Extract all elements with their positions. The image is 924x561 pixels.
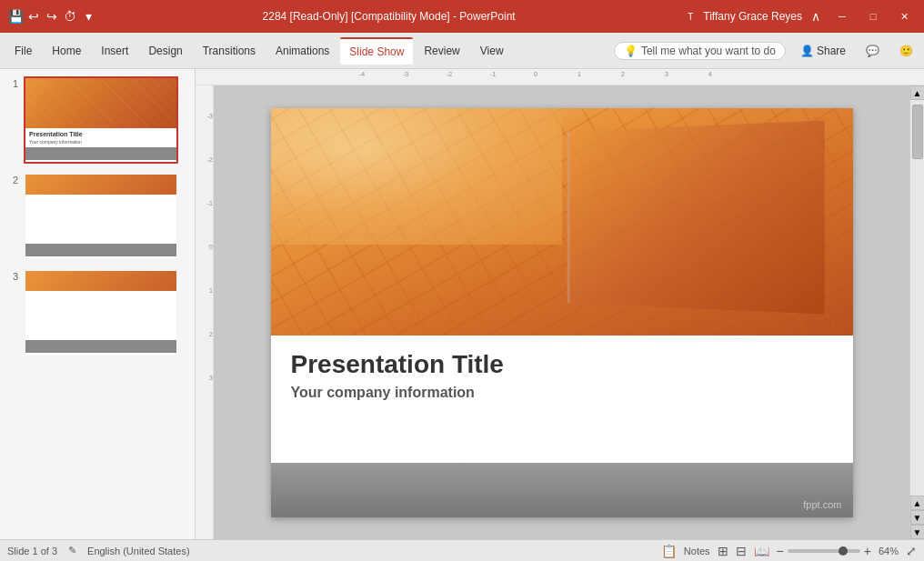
thumb-image-3[interactable] — [24, 269, 178, 356]
comment-icon: 💬 — [866, 45, 879, 57]
username: Tiffany Grace Reyes — [703, 10, 802, 23]
close-button[interactable]: ✕ — [891, 7, 917, 25]
slide-num-3: 3 — [5, 271, 18, 282]
tell-me-input[interactable]: 💡 Tell me what you want to do — [614, 42, 786, 60]
scroll-page-up[interactable]: ▲ — [910, 496, 925, 510]
quick-access-dropdown[interactable]: ▾ — [80, 8, 96, 25]
status-bar: Slide 1 of 3 ✎ English (United States) 📋… — [0, 539, 924, 561]
zoom-minus-button[interactable]: − — [777, 544, 784, 558]
tab-view[interactable]: View — [471, 37, 513, 65]
tab-home[interactable]: Home — [43, 37, 90, 65]
slide-sorter-icon[interactable]: ⊟ — [736, 544, 747, 558]
ribbon-right: 💡 Tell me what you want to do 👤 Share 💬 … — [614, 42, 919, 60]
ruler-tick-1neg: -1 — [490, 71, 496, 77]
ruler-tick-3: 3 — [665, 71, 668, 77]
tell-me-text: Tell me what you want to do — [641, 45, 776, 57]
v-tick-3: 3 — [209, 375, 213, 381]
scroll-up-arrow[interactable]: ▲ — [910, 85, 925, 100]
ribbon: File Home Insert Design Transitions Anim… — [0, 33, 924, 69]
tab-insert[interactable]: Insert — [92, 37, 137, 65]
slide-footer: fppt.com — [271, 463, 853, 517]
tab-file[interactable]: File — [5, 37, 41, 65]
scroll-thumb[interactable] — [912, 105, 923, 159]
slide-title-area[interactable]: Presentation Title Your company informat… — [271, 336, 853, 408]
quick-access-toolbar: 💾 ↩ ↪ ⏱ ▾ — [7, 8, 96, 25]
ruler-tick-1: 1 — [578, 71, 581, 77]
thumb1-footer — [25, 147, 176, 160]
undo-icon[interactable]: ↩ — [25, 8, 42, 25]
zoom-plus-button[interactable]: + — [864, 544, 871, 558]
user-share-icon: 👤 — [800, 45, 814, 57]
v-tick-2: 2 — [209, 331, 213, 337]
slide-thumbnail-1[interactable]: 1 Presentation Title Your company inform… — [5, 76, 189, 164]
zoom-slider-track[interactable] — [788, 549, 860, 553]
tab-transitions[interactable]: Transitions — [194, 37, 265, 65]
ruler-tick-3neg: -3 — [403, 71, 408, 77]
notes-label[interactable]: Notes — [684, 546, 710, 556]
notes-button[interactable]: 📋 — [661, 544, 677, 558]
normal-view-icon[interactable]: ⊞ — [718, 544, 728, 558]
slide-panel: 1 Presentation Title Your company inform… — [0, 69, 196, 539]
canvas-area: -4 -3 -2 -1 0 1 2 3 4 -3 -2 -1 0 1 — [196, 69, 924, 539]
scroll-track[interactable] — [910, 100, 924, 496]
slide-thumbnail-3[interactable]: 3 — [5, 269, 189, 356]
slide-title[interactable]: Presentation Title — [291, 350, 833, 379]
main-slide[interactable]: Presentation Title Your company informat… — [271, 108, 853, 517]
ruler-tick-4neg: -4 — [359, 71, 365, 77]
thumb2-top — [25, 175, 176, 195]
v-tick-1: 1 — [209, 287, 213, 294]
smile-icon: 🙂 — [899, 45, 913, 57]
vertical-scrollbar[interactable]: ▲ ▲ ▼ ▼ — [909, 85, 924, 539]
vertical-ruler: -3 -2 -1 0 1 2 3 — [196, 85, 214, 539]
slide-background-image — [271, 108, 853, 336]
language-label: English (United States) — [87, 546, 190, 556]
ruler-tick-4: 4 — [708, 71, 712, 77]
slide-subtitle[interactable]: Your company information — [291, 385, 833, 401]
tab-design[interactable]: Design — [139, 37, 191, 65]
scroll-down-arrow[interactable]: ▼ — [910, 525, 925, 539]
thumb2-content — [25, 175, 176, 258]
minimize-button[interactable]: ─ — [829, 7, 855, 25]
tab-animations[interactable]: Animations — [266, 37, 338, 65]
thumb-image-2[interactable] — [24, 173, 178, 260]
v-ruler-inner: -3 -2 -1 0 1 2 3 — [196, 85, 213, 539]
reading-view-icon[interactable]: 📖 — [754, 544, 769, 558]
zoom-level[interactable]: 64% — [879, 546, 899, 556]
v-tick-3neg: -3 — [207, 113, 213, 119]
slide-info: Slide 1 of 3 — [7, 546, 57, 556]
thumb2-footer — [25, 244, 176, 256]
avatar: T — [681, 7, 699, 25]
main-content: 1 Presentation Title Your company inform… — [0, 69, 924, 539]
comments-button[interactable]: 💬 — [860, 43, 885, 59]
sky-part — [271, 108, 562, 245]
v-tick-0: 0 — [209, 244, 213, 250]
slide-thumbnail-2[interactable]: 2 — [5, 173, 189, 260]
thumb2-mid — [25, 195, 176, 244]
timer-icon[interactable]: ⏱ — [62, 8, 78, 25]
ribbon-collapse-icon[interactable]: ∧ — [808, 8, 824, 25]
fit-to-window-icon[interactable]: ⤢ — [906, 544, 917, 558]
watermark: fppt.com — [803, 499, 841, 510]
language-icon: ✎ — [68, 545, 76, 556]
tell-me-icon: 💡 — [624, 45, 638, 57]
tab-review[interactable]: Review — [415, 37, 468, 65]
title-bar-right: T Tiffany Grace Reyes ∧ ─ □ ✕ — [681, 7, 917, 25]
thumb-image-1[interactable]: Presentation Title Your company informat… — [24, 76, 178, 164]
redo-icon[interactable]: ↪ — [44, 8, 60, 25]
zoom-slider-thumb[interactable] — [839, 546, 848, 556]
thumb3-mid — [25, 291, 176, 340]
tab-slideshow[interactable]: Slide Show — [340, 37, 413, 65]
maximize-button[interactable]: □ — [860, 7, 886, 25]
smile-button[interactable]: 🙂 — [894, 43, 919, 59]
thumb1-sub: Your company information — [25, 138, 176, 145]
scroll-page-down[interactable]: ▼ — [910, 510, 925, 525]
save-icon[interactable]: 💾 — [7, 8, 24, 25]
window-title: 2284 [Read-Only] [Compatibility Mode] - … — [96, 10, 681, 23]
user-info[interactable]: T Tiffany Grace Reyes — [681, 7, 802, 25]
slide-display-area[interactable]: Presentation Title Your company informat… — [214, 85, 909, 539]
status-right: 📋 Notes ⊞ ⊟ 📖 − + 64% ⤢ — [661, 544, 917, 558]
ruler-tick-0: 0 — [534, 71, 537, 77]
thumb1-title: Presentation Title — [25, 128, 176, 138]
thumb3-top — [25, 271, 176, 291]
share-button[interactable]: 👤 Share — [795, 43, 851, 59]
